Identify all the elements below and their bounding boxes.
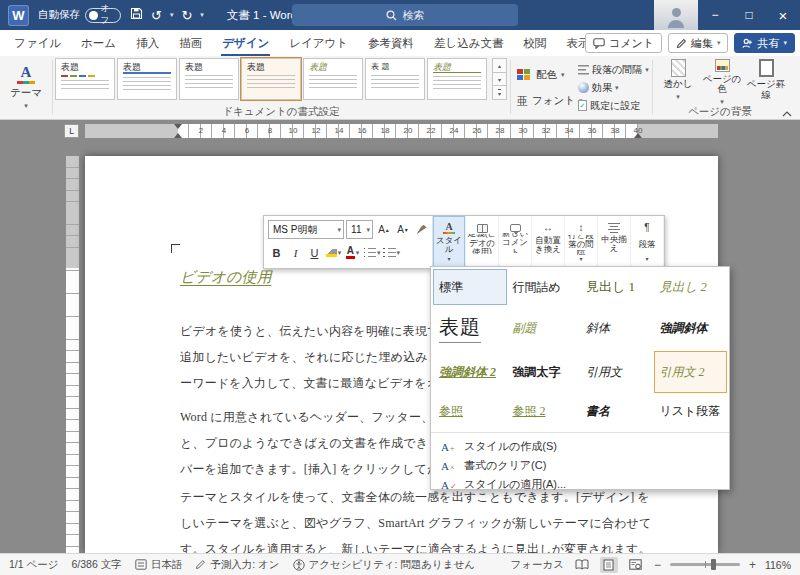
horizontal-ruler[interactable]: 246810121416182022242628303234363840 (85, 124, 718, 138)
redo-button[interactable]: ↻ (181, 9, 192, 22)
autosave-toggle[interactable]: 自動保存 オフ (38, 8, 121, 23)
tab-design[interactable]: デザイン (212, 30, 279, 56)
gallery-scroll-up-icon[interactable]: ▴ (492, 58, 507, 73)
zoom-slider[interactable] (670, 563, 740, 566)
command-book-button[interactable]: 定義(ビデオの使用) (466, 216, 499, 268)
style-item-4[interactable]: 見出し 2 (654, 269, 728, 305)
account-avatar[interactable] (654, 0, 698, 30)
style-item-15[interactable]: 書名 (580, 393, 654, 429)
tab-draw[interactable]: 描画 (169, 30, 212, 56)
command-swap-button[interactable]: ↔自動置き換え (532, 216, 565, 268)
theme-thumbnail-3[interactable]: 表題 (179, 58, 239, 100)
gallery-scroll-down-icon[interactable]: ▾ (492, 72, 507, 87)
theme-thumbnail-7[interactable]: 表題 (427, 58, 487, 100)
customize-qat-icon[interactable]: ▾ (200, 11, 204, 19)
zoom-in-button[interactable]: + (749, 558, 756, 572)
font-color-button[interactable]: A▾ (344, 243, 361, 262)
accessibility-indicator[interactable]: アクセシビリティ: 問題ありません (293, 558, 476, 572)
style-item-1[interactable]: 標準 (433, 269, 507, 305)
close-button[interactable]: × (766, 0, 800, 30)
font-size-select[interactable]: 11 ▾ (346, 220, 373, 239)
right-indent-marker[interactable] (634, 133, 642, 138)
tab-selector-button[interactable]: L (64, 124, 79, 138)
theme-thumbnail-6[interactable]: 表題 (365, 58, 425, 100)
grow-font-button[interactable]: A▴ (375, 220, 392, 239)
styles-menu-item-3[interactable]: A✓スタイルの適用(A)... (431, 475, 729, 494)
gallery-more-icon[interactable]: ▾ (492, 85, 507, 100)
tab-mailings[interactable]: 差し込み文書 (424, 30, 514, 56)
search-input[interactable]: 検索 (292, 4, 518, 26)
vertical-ruler[interactable] (66, 156, 79, 553)
theme-thumbnail-2[interactable]: 表題 (117, 58, 177, 100)
style-item-12[interactable]: 引用文 2 (654, 351, 728, 393)
style-item-11[interactable]: 引用文 (580, 351, 654, 393)
style-item-10[interactable]: 強調太字 (507, 351, 581, 393)
paragraph-spacing-button[interactable]: 段落の間隔 ▾ (578, 61, 649, 78)
effects-button[interactable]: 効果 ▾ (578, 79, 619, 96)
read-mode-button[interactable] (573, 557, 591, 573)
comments-button[interactable]: コメント (585, 33, 662, 53)
print-layout-button[interactable] (600, 557, 618, 573)
tab-file[interactable]: ファイル (4, 30, 71, 56)
word-logo-icon[interactable]: W (8, 5, 29, 26)
colors-button[interactable]: 配色 ▾ (517, 64, 565, 86)
style-item-6[interactable]: 副題 (507, 305, 581, 351)
shrink-font-button[interactable]: A▾ (394, 220, 411, 239)
focus-mode-button[interactable]: フォーカス (510, 558, 563, 572)
tab-references[interactable]: 参考資料 (358, 30, 424, 56)
style-item-14[interactable]: 参照 2 (507, 393, 581, 429)
save-button[interactable] (130, 7, 143, 23)
format-painter-button[interactable] (413, 220, 430, 239)
style-item-7[interactable]: 斜体 (580, 305, 654, 351)
styles-menu-item-1[interactable]: A+スタイルの作成(S) (431, 437, 729, 456)
page-border-button[interactable]: ページ罫線 (744, 59, 788, 107)
web-layout-button[interactable] (627, 557, 645, 573)
command-comment-button[interactable]: 新しいコメント (499, 216, 532, 268)
undo-dropdown-icon[interactable]: ▾ (170, 11, 174, 19)
autosave-switch-icon[interactable]: オフ (85, 8, 121, 23)
bold-button[interactable]: B (268, 243, 285, 262)
maximize-button[interactable]: □ (732, 0, 766, 30)
styles-menu-item-2[interactable]: A×書式のクリア(C) (431, 456, 729, 475)
theme-thumbnail-1[interactable]: 表題 (55, 58, 115, 100)
font-name-select[interactable]: MS P明朝 ▾ (268, 220, 344, 239)
style-item-8[interactable]: 強調斜体 (654, 305, 728, 351)
tab-home[interactable]: ホーム (71, 30, 126, 56)
style-item-2[interactable]: 行間詰め (507, 269, 581, 305)
underline-button[interactable]: U (306, 243, 323, 262)
zoom-slider-thumb[interactable] (711, 559, 716, 570)
language-indicator[interactable]: 日本語 (135, 558, 183, 572)
watermark-button[interactable]: 透かし ▾ (656, 59, 700, 107)
theme-thumbnail-5[interactable]: 表題 (303, 58, 363, 100)
numbering-button[interactable]: ▾ (383, 243, 401, 262)
undo-button[interactable]: ↺ (151, 9, 162, 22)
bullets-button[interactable]: ▾ (363, 243, 381, 262)
command-paragraph-button[interactable]: ¶段落▾ (631, 216, 664, 268)
word-count[interactable]: 6/386 文字 (72, 558, 122, 572)
minimize-button[interactable]: − (698, 0, 732, 30)
zoom-out-button[interactable]: − (654, 558, 661, 572)
style-item-13[interactable]: 参照 (433, 393, 507, 429)
themes-button[interactable]: A テーマ ▾ (2, 58, 50, 116)
tab-insert[interactable]: 挿入 (126, 30, 169, 56)
style-item-5[interactable]: 表題 (433, 305, 507, 351)
share-button[interactable]: 共有 ▾ (734, 33, 795, 53)
command-linespace-button[interactable]: ↕行と段落の間隔▾ (565, 216, 598, 268)
hanging-indent-marker[interactable] (174, 133, 182, 138)
collapse-ribbon-button[interactable] (782, 106, 792, 120)
style-item-16[interactable]: リスト段落 (654, 393, 728, 429)
tab-layout[interactable]: レイアウト (279, 30, 358, 56)
italic-button[interactable]: I (287, 243, 304, 262)
editing-mode-button[interactable]: 編集 ▾ (668, 33, 729, 53)
style-item-3[interactable]: 見出し 1 (580, 269, 654, 305)
first-line-indent-marker[interactable] (174, 124, 182, 129)
text-prediction-indicator[interactable]: 予測入力: オン (195, 558, 279, 572)
style-item-9[interactable]: 強調斜体 2 (433, 351, 507, 393)
tab-review[interactable]: 校閲 (514, 30, 557, 56)
page-color-button[interactable]: ページの色 ▾ (700, 59, 744, 107)
theme-thumbnail-4[interactable]: 表題 (241, 58, 301, 100)
zoom-level[interactable]: 116% (765, 559, 791, 571)
command-center-button[interactable]: 中央揃え (598, 216, 631, 268)
fonts-button[interactable]: 亜 フォント ▾ (517, 90, 583, 112)
set-default-button[interactable]: ✓ 既定に設定 (578, 97, 640, 114)
